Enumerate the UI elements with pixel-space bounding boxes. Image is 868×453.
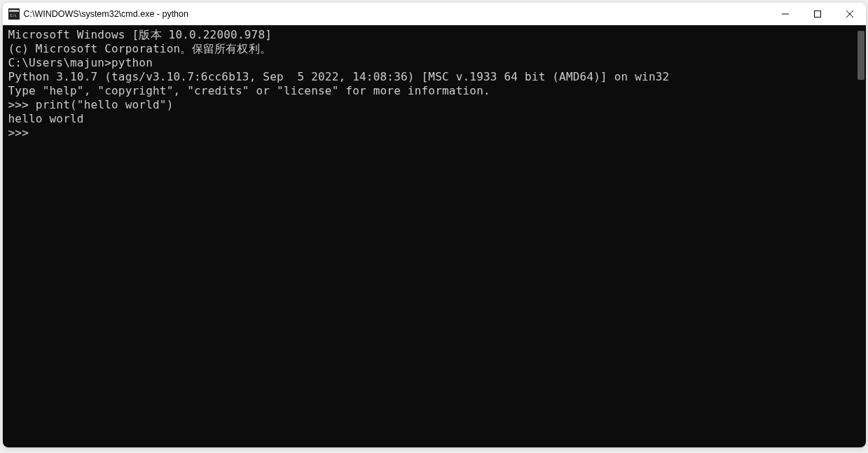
terminal-content: Microsoft Windows [版本 10.0.22000.978](c)…	[3, 25, 866, 141]
cmd-icon: C:\	[8, 8, 20, 20]
terminal-line: hello world	[8, 112, 864, 126]
scrollbar-thumb[interactable]	[857, 31, 864, 80]
terminal-line: Microsoft Windows [版本 10.0.22000.978]	[8, 28, 864, 42]
terminal-area[interactable]: Microsoft Windows [版本 10.0.22000.978](c)…	[3, 25, 866, 447]
terminal-line: (c) Microsoft Corporation。保留所有权利。	[8, 42, 864, 56]
cmd-window: C:\ C:\WINDOWS\system32\cmd.exe - python…	[3, 3, 866, 447]
svg-rect-4	[814, 11, 820, 18]
terminal-line: Python 3.10.7 (tags/v3.10.7:6cc6b13, Sep…	[8, 70, 864, 84]
window-title: C:\WINDOWS\system32\cmd.exe - python	[24, 9, 769, 19]
titlebar[interactable]: C:\ C:\WINDOWS\system32\cmd.exe - python	[3, 3, 866, 25]
maximize-button[interactable]	[801, 3, 834, 25]
svg-rect-1	[9, 10, 19, 12]
window-controls	[769, 3, 866, 25]
terminal-line: >>> print("hello world")	[8, 98, 864, 112]
close-button[interactable]	[834, 3, 866, 25]
terminal-line: >>>	[8, 126, 864, 140]
terminal-line: C:\Users\majun>python	[8, 56, 864, 70]
terminal-line: Type "help", "copyright", "credits" or "…	[8, 84, 864, 98]
minimize-button[interactable]	[769, 3, 801, 25]
svg-text:C:\: C:\	[10, 13, 16, 18]
